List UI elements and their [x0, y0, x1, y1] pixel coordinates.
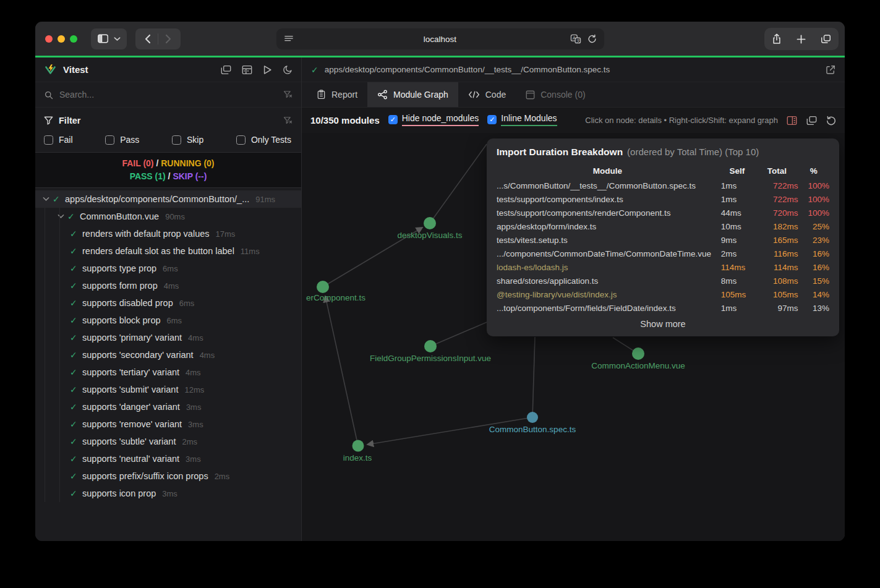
breakdown-row[interactable]: tests/vitest.setup.ts 9ms 165ms 23% — [497, 233, 829, 247]
tab-code[interactable]: Code — [458, 82, 516, 107]
toggle-inline-modules[interactable]: ✓ Inline Modules — [487, 113, 557, 127]
reset-graph-icon[interactable] — [826, 116, 836, 126]
graph-node-index[interactable] — [352, 440, 364, 452]
new-tab-icon[interactable] — [797, 35, 806, 44]
minimize-button[interactable] — [58, 35, 65, 43]
graph-node-commonactionmenu[interactable] — [632, 347, 644, 360]
chevron-down-icon[interactable] — [39, 197, 53, 202]
graph-edge — [325, 296, 358, 446]
filter-checkbox-pass[interactable]: Pass — [105, 135, 139, 145]
checked-checkbox-icon[interactable]: ✓ — [487, 115, 497, 124]
clear-filter-icon[interactable] — [283, 116, 293, 125]
sidebar-toggle-button[interactable] — [91, 28, 127, 49]
filter-checkbox-skip[interactable]: Skip — [172, 135, 203, 145]
filter-label: Filter — [59, 116, 80, 126]
chevron-down-icon[interactable] — [54, 214, 67, 219]
legend-icon[interactable] — [787, 116, 797, 126]
test-row[interactable]: ✓ supports 'danger' variant 3ms — [35, 398, 301, 415]
test-row[interactable]: ✓ supports disabled prop 6ms — [35, 294, 301, 312]
tab-console-0[interactable]: Console (0) — [516, 82, 595, 107]
filter-checkbox-fail[interactable]: Fail — [44, 135, 73, 145]
run-all-icon[interactable] — [263, 65, 272, 75]
close-button[interactable] — [45, 35, 53, 43]
svg-text:文: 文 — [576, 38, 581, 43]
expand-graph-icon[interactable] — [806, 116, 817, 126]
graph-node-label: CommonActionMenu.vue — [591, 361, 685, 370]
status-fail: FAIL (0) — [122, 158, 153, 168]
toggle-hide-node-modules[interactable]: ✓ Hide node_modules — [388, 113, 479, 127]
zoom-button[interactable] — [70, 35, 77, 43]
dashboard-icon[interactable] — [242, 65, 252, 75]
pass-check-icon: ✓ — [70, 263, 82, 273]
breakdown-row[interactable]: tests/support/components/index.ts 1ms 72… — [497, 192, 829, 206]
test-row[interactable]: ✓ supports 'neutral' variant 3ms — [35, 450, 301, 467]
breakdown-row[interactable]: lodash-es/lodash.js 114ms 114ms 16% — [497, 260, 829, 274]
breakdown-col-: % — [798, 163, 829, 179]
open-external-icon[interactable] — [826, 65, 835, 75]
test-row[interactable]: ✓ supports 'primary' variant 4ms — [35, 329, 301, 346]
status-running: RUNNING (0) — [161, 158, 214, 168]
dark-mode-icon[interactable] — [283, 65, 293, 75]
graph-node-commonbuttonspec[interactable] — [527, 412, 538, 423]
test-row[interactable]: ✓ supports icon prop 3ms — [35, 485, 301, 502]
test-row[interactable]: ✓ supports block prop 6ms — [35, 312, 301, 329]
checkbox-icon — [44, 135, 53, 145]
graph-node-label: index.ts — [343, 453, 372, 462]
breakdown-row[interactable]: shared/stores/application.ts 8ms 108ms 1… — [497, 274, 829, 288]
translate-icon[interactable]: A文 — [570, 34, 581, 44]
test-row[interactable]: ✓ supports form prop 4ms — [35, 277, 301, 294]
graph-node-desktopvisuals[interactable] — [424, 217, 436, 229]
pass-check-icon: ✓ — [70, 385, 82, 394]
chevron-down-icon — [114, 36, 121, 41]
reload-icon[interactable] — [587, 34, 597, 44]
test-row[interactable]: ✓ supports 'subtle' variant 2ms — [35, 433, 301, 450]
pass-check-icon: ✓ — [70, 281, 82, 291]
tab-module-graph[interactable]: Module Graph — [367, 82, 458, 107]
breakdown-row[interactable]: ...top/components/Form/fields/FieldDate/… — [497, 301, 829, 315]
share-icon[interactable] — [772, 33, 782, 45]
main-panel: ✓ apps/desktop/components/CommonButton/_… — [302, 58, 845, 541]
pass-check-icon: ✓ — [70, 367, 82, 377]
breakdown-row[interactable]: apps/desktop/form/index.ts 10ms 182ms 25… — [497, 219, 829, 233]
graph-node-rendercomponent[interactable] — [317, 281, 329, 293]
test-row[interactable]: ✓ supports 'remove' variant 3ms — [35, 415, 301, 433]
breakdown-row[interactable]: ...s/CommonButton/__tests__/CommonButton… — [497, 179, 829, 192]
module-graph-canvas[interactable]: desktopVisuals.ts erComponent.ts FieldGr… — [302, 133, 845, 541]
pass-check-icon: ✓ — [53, 194, 65, 204]
forward-button[interactable] — [158, 30, 178, 48]
tab-report[interactable]: Report — [307, 82, 367, 107]
test-row[interactable]: ✓ supports type prop 6ms — [35, 260, 301, 277]
test-row[interactable]: ✓ CommonButton.vue 90ms — [35, 208, 301, 225]
test-row[interactable]: ✓ supports 'submit' variant 12ms — [35, 381, 301, 398]
address-bar[interactable]: localhost A文 — [276, 28, 604, 49]
graph-node-fieldgrouppermissionsinput[interactable] — [424, 340, 437, 352]
filter-checkbox-only-tests[interactable]: Only Tests — [236, 135, 291, 145]
url-text[interactable]: localhost — [276, 35, 604, 44]
clear-search-filter-icon[interactable] — [283, 90, 293, 99]
test-row[interactable]: ✓ renders default slot as the button lab… — [35, 242, 301, 260]
test-row[interactable]: ✓ apps/desktop/components/CommonButton/_… — [35, 190, 301, 208]
breakdown-row[interactable]: tests/support/components/renderComponent… — [497, 206, 829, 219]
search-input[interactable] — [59, 90, 277, 100]
breakdown-row[interactable]: .../components/CommonDateTime/CommonDate… — [497, 247, 829, 260]
test-row[interactable]: ✓ renders with default prop values 17ms — [35, 225, 301, 242]
panels-icon[interactable] — [221, 65, 231, 75]
breakdown-row[interactable]: @testing-library/vue/dist/index.js 105ms… — [497, 288, 829, 301]
filter-section: Filter Fail Pass Skip Only Tests — [35, 108, 301, 152]
pass-check-icon: ✓ — [311, 65, 318, 75]
tabs-overview-icon[interactable] — [821, 34, 831, 44]
show-more-button[interactable]: Show more — [497, 319, 829, 329]
test-status-summary: FAIL (0) / RUNNING (0)PASS (1) / SKIP (-… — [35, 152, 301, 188]
checked-checkbox-icon[interactable]: ✓ — [388, 115, 398, 124]
test-row[interactable]: ✓ supports 'tertiary' variant 4ms — [35, 364, 301, 381]
test-row[interactable]: ✓ supports prefix/suffix icon props 2ms — [35, 467, 301, 485]
status-skip: SKIP (--) — [173, 171, 207, 181]
back-button[interactable] — [138, 30, 158, 48]
test-row[interactable]: ✓ supports 'secondary' variant 4ms — [35, 346, 301, 364]
modules-count: 10/350 modules — [310, 115, 380, 126]
sidebar-header: Vitest — [35, 58, 301, 82]
code-icon — [468, 90, 480, 99]
pass-check-icon: ✓ — [70, 350, 82, 360]
file-path: apps/desktop/components/CommonButton/__t… — [325, 65, 819, 74]
status-pass: PASS (1) — [130, 171, 166, 181]
